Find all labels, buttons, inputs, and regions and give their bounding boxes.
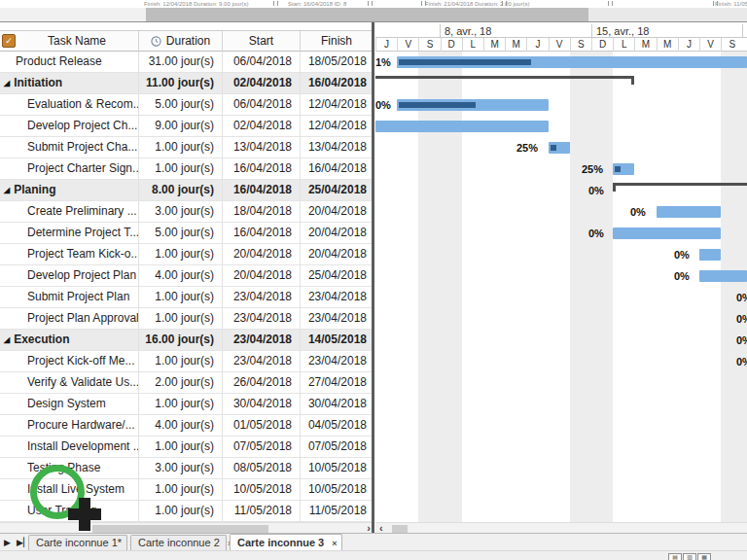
table-row[interactable]: ◢Execution16.00 jour(s)23/04/201814/05/2… — [0, 330, 373, 351]
table-row[interactable]: Project Kick-off Me...1.00 jour(s)23/04/… — [0, 351, 373, 372]
finish-date-cell: 07/05/2018 — [300, 437, 373, 457]
duration-cell: 1.00 jour(s) — [138, 351, 222, 371]
gantt-bar-progress — [399, 59, 531, 65]
column-header-task-name[interactable]: Task Name — [16, 31, 138, 52]
column-header-duration[interactable]: Duration — [138, 31, 222, 52]
day-header-cell: M — [505, 38, 526, 52]
timeline-strip: Finish: 12/04/2018 Duration: 9.00 jour(s… — [0, 0, 747, 8]
view-tab[interactable]: Carte inconnue 2× — [130, 535, 227, 550]
collapse-triangle-icon[interactable]: ◢ — [4, 330, 10, 350]
start-date-cell: 30/04/2018 — [222, 394, 300, 414]
view-toggle-icon[interactable]: ▦ — [697, 553, 711, 560]
duration-cell: 3.00 jour(s) — [138, 458, 222, 478]
progress-percent-label: 0% — [674, 248, 690, 262]
gantt-bar[interactable] — [397, 56, 747, 68]
collapse-triangle-icon[interactable]: ◢ — [4, 180, 10, 200]
table-row[interactable]: Evaluation & Recom...5.00 jour(s)06/04/2… — [0, 94, 373, 116]
gantt-bar-progress — [399, 102, 476, 108]
progress-percent-label: 0% — [736, 312, 747, 326]
gantt-bar[interactable] — [375, 121, 549, 132]
duration-cell: 1.00 jour(s) — [138, 244, 222, 264]
table-row[interactable]: Project Team Kick-o...1.00 jour(s)20/04/… — [0, 244, 373, 265]
start-date-cell: 26/04/2018 — [222, 372, 300, 393]
tab-bar: ▶ ▶▏ Carte inconnue 1*×Carte inconnue 2×… — [0, 533, 747, 550]
task-name-cell: Procure Hardware/... — [0, 415, 138, 436]
weekend-shading — [570, 52, 613, 522]
day-header-cell: V — [397, 38, 418, 52]
duration-cell: 1.00 jour(s) — [138, 158, 222, 179]
task-name-cell: Develop Project Plan — [0, 265, 138, 286]
finish-date-cell: 23/04/2018 — [300, 308, 373, 329]
finish-date-cell: 16/04/2018 — [300, 158, 373, 179]
start-date-cell: 02/04/2018 — [222, 116, 300, 136]
table-row[interactable]: Verify & Validate Us...2.00 jour(s)26/04… — [0, 372, 373, 394]
timeline-tick — [421, 1, 426, 6]
gantt-bar[interactable] — [613, 163, 634, 175]
week-separator — [591, 24, 592, 38]
finish-date-cell: 18/05/2018 — [300, 52, 373, 72]
timeline-tick — [273, 1, 278, 6]
view-tab[interactable]: Carte inconnue 1*× — [28, 535, 127, 550]
start-date-cell: 11/05/2018 — [222, 501, 300, 521]
start-date-cell: 06/04/2018 — [222, 52, 300, 72]
table-row[interactable]: Product Release31.00 jour(s)06/04/201818… — [0, 52, 373, 73]
progress-percent-label: 0% — [736, 355, 747, 368]
table-row[interactable]: Develop Project Plan4.00 jour(s)20/04/20… — [0, 265, 373, 287]
table-row[interactable]: Create Preliminary ...3.00 jour(s)18/04/… — [0, 201, 373, 223]
duration-cell: 1.00 jour(s) — [138, 137, 222, 158]
table-row[interactable]: Develop Project Ch...9.00 jour(s)02/04/2… — [0, 116, 373, 137]
tab-close-icon[interactable]: × — [332, 539, 337, 548]
finish-date-cell: 27/04/2018 — [300, 372, 373, 393]
start-date-cell: 23/04/2018 — [222, 308, 300, 329]
table-row[interactable]: ◢Initiation11.00 jour(s)02/04/201816/04/… — [0, 73, 373, 94]
collapse-triangle-icon[interactable]: ◢ — [4, 73, 10, 93]
table-row[interactable]: Install Development ...1.00 jour(s)07/05… — [0, 437, 373, 458]
week-label: 15, avr., 18 — [596, 24, 649, 38]
task-name-cell: Create Preliminary ... — [0, 201, 138, 222]
view-toggle-icon[interactable]: ▥ — [683, 553, 696, 560]
start-date-cell: 10/05/2018 — [222, 479, 300, 500]
gantt-bar[interactable] — [699, 270, 747, 282]
gantt-summary-bar[interactable] — [375, 76, 634, 79]
start-date-cell: 08/05/2018 — [222, 458, 300, 478]
table-row[interactable]: Submit Project Plan1.00 jour(s)23/04/201… — [0, 287, 373, 308]
day-header-cell: J — [375, 38, 397, 52]
day-header-cell: L — [613, 38, 634, 52]
table-row[interactable]: Project Plan Approval1.00 jour(s)23/04/2… — [0, 308, 373, 330]
table-row[interactable]: Determine Project T...5.00 jour(s)16/04/… — [0, 223, 373, 244]
timeline-tick — [368, 1, 373, 6]
duration-cell: 1.00 jour(s) — [138, 437, 222, 457]
summary-bar-hook — [631, 76, 634, 85]
table-row[interactable]: Submit Project Cha...1.00 jour(s)13/04/2… — [0, 137, 373, 158]
progress-percent-label: 0% — [588, 227, 604, 240]
table-row[interactable]: Procure Hardware/...4.00 jour(s)01/05/20… — [0, 415, 373, 437]
duration-cell: 11.00 jour(s) — [138, 73, 222, 93]
start-date-cell: 02/04/2018 — [222, 73, 300, 93]
task-name-cell: Submit Project Plan — [0, 287, 138, 307]
finish-date-cell: 20/04/2018 — [300, 201, 373, 222]
table-row[interactable]: ◢Planing8.00 jour(s)16/04/201825/04/2018 — [0, 180, 373, 201]
gantt-bar[interactable] — [549, 142, 570, 154]
table-scroll-thumb[interactable] — [92, 525, 268, 533]
table-row[interactable]: Project Charter Sign...1.00 jour(s)16/04… — [0, 158, 373, 180]
gantt-summary-bar[interactable] — [613, 183, 747, 186]
task-name-cell: Evaluation & Recom... — [0, 94, 138, 115]
pane-divider[interactable] — [372, 22, 374, 534]
column-header-finish[interactable]: Finish — [300, 31, 373, 52]
view-toggle-icon[interactable]: ▤ — [668, 553, 682, 560]
day-header-cell: D — [591, 38, 613, 52]
plus-cursor — [68, 498, 101, 531]
clipboard-check-icon[interactable]: ✓ — [2, 34, 16, 48]
gantt-bar[interactable] — [397, 99, 549, 111]
task-name-cell: Verify & Validate Us... — [0, 372, 138, 393]
gantt-bar[interactable] — [613, 228, 721, 239]
gantt-bar[interactable] — [699, 249, 721, 261]
view-tab[interactable]: Carte inconnue 3× — [230, 534, 342, 550]
tab-nav-next-icon[interactable]: ▶ — [4, 537, 11, 548]
week-separator — [742, 24, 743, 38]
task-name-cell: Project Team Kick-o... — [0, 244, 138, 264]
table-row[interactable]: Design System1.00 jour(s)30/04/201830/04… — [0, 394, 373, 415]
column-header-start[interactable]: Start — [222, 31, 300, 52]
gantt-scroll-thumb[interactable] — [392, 525, 408, 533]
gantt-bar[interactable] — [657, 206, 721, 218]
